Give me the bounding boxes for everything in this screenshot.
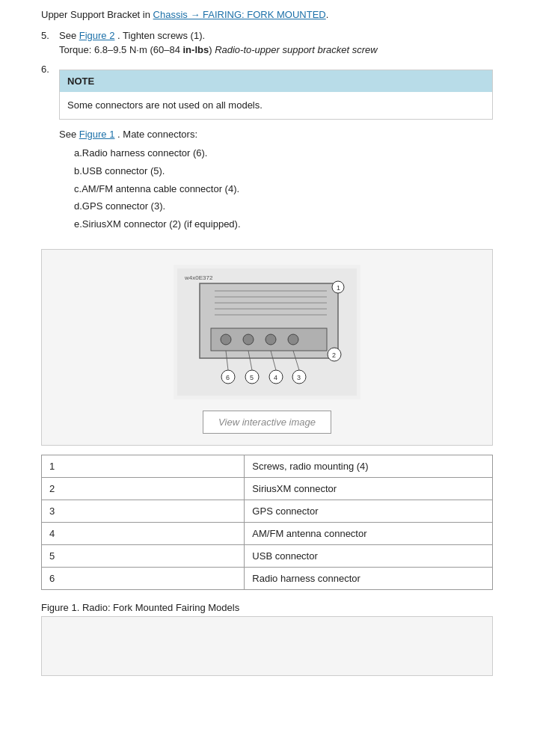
alpha-list: a. Radio harness connector (6). b. USB c… — [59, 146, 493, 233]
note-body: Some connectors are not used on all mode… — [60, 92, 492, 119]
table-cell-desc-5: USB connector — [245, 544, 493, 567]
svg-text:5: 5 — [250, 374, 254, 381]
step-list: 5. See Figure 2 . Tighten screws (1). To… — [41, 28, 493, 240]
table-cell-desc-4: AM/FM antenna connector — [245, 522, 493, 544]
svg-text:2: 2 — [332, 351, 336, 359]
step-5-after: . Tighten screws (1). — [117, 30, 205, 41]
table-cell-num-1: 1 — [42, 455, 245, 477]
step-5-content: See Figure 2 . Tighten screws (1). Torqu… — [59, 28, 493, 58]
parts-table-body: 1 Screws, radio mounting (4) 2 SiriusXM … — [42, 455, 493, 589]
alpha-item-c: c. AM/FM antenna cable connector (4). — [59, 182, 493, 197]
step-5: 5. See Figure 2 . Tighten screws (1). To… — [41, 28, 493, 58]
svg-text:1: 1 — [337, 284, 340, 292]
alpha-label-e: e. — [59, 217, 82, 233]
svg-point-12 — [288, 334, 298, 345]
figure-container: w4x0E372 1 6 — [41, 249, 493, 446]
torque-italic: Radio-to-upper support bracket screw — [215, 44, 378, 55]
table-row-2: 2 SiriusXM connector — [42, 477, 493, 500]
table-cell-desc-1: Screws, radio mounting (4) — [245, 455, 493, 477]
view-interactive-button[interactable]: View interactive image — [203, 411, 331, 434]
table-cell-desc-2: SiriusXM connector — [245, 477, 493, 500]
step-5-see: See — [59, 30, 79, 41]
see-figure-after: . Mate connectors: — [117, 129, 197, 140]
table-cell-num-5: 5 — [42, 544, 245, 567]
intro-text: Upper Support Bracket in Chassis → FAIRI… — [41, 7, 493, 22]
svg-text:6: 6 — [226, 374, 230, 381]
step-6-number: 6. — [41, 62, 59, 240]
table-cell-num-6: 6 — [42, 567, 245, 589]
step-6: 6. NOTE Some connectors are not used on … — [41, 62, 493, 240]
alpha-text-d: GPS connector (3). — [82, 199, 165, 215]
alpha-text-e: SiriusXM connector (2) (if equipped). — [82, 217, 241, 233]
alpha-label-c: c. — [59, 182, 82, 197]
alpha-text-a: Radio harness connector (6). — [82, 146, 208, 162]
table-cell-num-2: 2 — [42, 477, 245, 500]
figure-bottom-area — [41, 616, 493, 676]
table-cell-desc-6: Radio harness connector — [245, 567, 493, 589]
note-header: NOTE — [60, 70, 492, 93]
note-box: NOTE Some connectors are not used on all… — [59, 70, 493, 120]
see-label: See — [59, 129, 79, 140]
figure-caption: Figure 1. Radio: Fork Mounted Fairing Mo… — [41, 599, 493, 616]
alpha-item-b: b. USB connector (5). — [59, 164, 493, 179]
svg-text:w4x0E372: w4x0E372 — [184, 274, 213, 281]
table-cell-num-3: 3 — [42, 500, 245, 522]
table-row-3: 3 GPS connector — [42, 500, 493, 522]
parts-table: 1 Screws, radio mounting (4) 2 SiriusXM … — [41, 455, 493, 590]
alpha-item-d: d. GPS connector (3). — [59, 199, 493, 215]
figure-svg: w4x0E372 1 6 — [177, 268, 357, 396]
alpha-item-e: e. SiriusXM connector (2) (if equipped). — [59, 217, 493, 233]
alpha-item-a: a. Radio harness connector (6). — [59, 146, 493, 162]
table-row-1: 1 Screws, radio mounting (4) — [42, 455, 493, 477]
svg-text:3: 3 — [297, 374, 301, 381]
alpha-label-b: b. — [59, 164, 82, 179]
table-row-6: 6 Radio harness connector — [42, 567, 493, 589]
figure2-link[interactable]: Figure 2 — [79, 30, 115, 41]
svg-point-10 — [243, 334, 254, 345]
svg-text:4: 4 — [274, 374, 277, 381]
alpha-label-d: d. — [59, 199, 82, 215]
figure-image-area: w4x0E372 1 6 — [174, 265, 360, 399]
step-6-content: NOTE Some connectors are not used on all… — [59, 62, 493, 240]
alpha-text-b: USB connector (5). — [82, 164, 165, 179]
see-figure-line: See Figure 1 . Mate connectors: — [59, 127, 493, 142]
table-row-4: 4 AM/FM antenna connector — [42, 522, 493, 544]
alpha-label-a: a. — [59, 146, 82, 162]
page-container: Upper Support Bracket in Chassis → FAIRI… — [0, 0, 534, 698]
table-row-5: 5 USB connector — [42, 544, 493, 567]
table-cell-num-4: 4 — [42, 522, 245, 544]
figure1-link[interactable]: Figure 1 — [79, 129, 115, 140]
intro-label: Upper Support Bracket in — [41, 9, 150, 20]
svg-point-11 — [266, 334, 276, 345]
table-cell-desc-3: GPS connector — [245, 500, 493, 522]
alpha-text-c: AM/FM antenna cable connector (4). — [82, 182, 239, 197]
torque-bold: in-lbs — [183, 44, 209, 55]
step-5-number: 5. — [41, 28, 59, 58]
step-5-torque: Torque: 6.8–9.5 N·m (60–84 in-lbs) Radio… — [59, 44, 378, 55]
svg-point-9 — [221, 334, 231, 345]
chassis-fairing-link[interactable]: Chassis → FAIRING: FORK MOUNTED — [153, 9, 326, 20]
